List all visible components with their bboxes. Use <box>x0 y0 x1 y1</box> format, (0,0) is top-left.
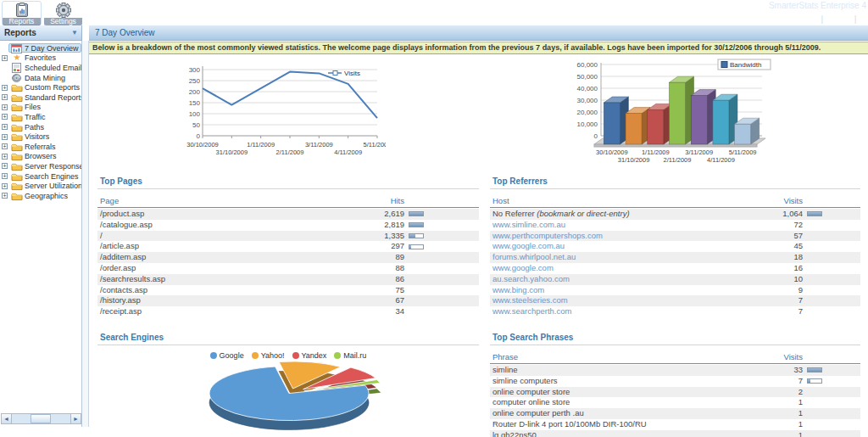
expand-plus-icon[interactable]: + <box>2 55 8 61</box>
row-value: 7 <box>756 295 803 306</box>
svg-text:150: 150 <box>189 99 201 107</box>
row-label: No Referrer (bookmark or direct-entry) <box>490 209 756 220</box>
settings-nav-button[interactable]: Settings <box>43 1 83 25</box>
expand-plus-icon[interactable]: + <box>2 104 8 110</box>
sidebar-item-data-mining[interactable]: Data Mining <box>0 73 81 83</box>
sidebar-item-server-responses[interactable]: +Server Responses <box>0 161 81 171</box>
row-value: 1 <box>756 408 803 419</box>
expand-plus-icon[interactable]: + <box>2 143 8 149</box>
sidebar-item-paths[interactable]: +Paths <box>0 122 81 132</box>
folder-icon <box>11 92 23 103</box>
column-header[interactable]: Page <box>97 193 358 208</box>
column-header[interactable]: Visits <box>756 193 803 208</box>
svg-text:50,000: 50,000 <box>577 73 598 81</box>
row-link[interactable]: www.searchperth.com <box>490 306 756 317</box>
row-value: 34 <box>358 306 404 317</box>
svg-text:31/10/2009: 31/10/2009 <box>618 156 650 164</box>
data-mining-icon <box>11 73 23 83</box>
sidebar-item-files[interactable]: +Files <box>0 103 81 113</box>
expand-plus-icon[interactable]: + <box>2 85 8 91</box>
row-link[interactable]: www.steelseries.com <box>490 295 756 306</box>
section-title: Top Referrers <box>490 176 860 189</box>
sidebar-splitter[interactable] <box>82 41 89 427</box>
row-link[interactable]: au.search.yahoo.com <box>490 274 756 285</box>
row-link[interactable]: www.bing.com <box>490 285 756 296</box>
sidebar-item-server-utilization[interactable]: +Server Utilization <box>0 181 81 191</box>
svg-text:100: 100 <box>189 110 201 118</box>
expand-plus-icon[interactable]: + <box>2 173 8 179</box>
top-search-phrases-section: Top Search Phrases PhraseVisitssimline33… <box>490 333 860 437</box>
table-row: /searchresults.asp86 <box>97 274 479 285</box>
svg-text:30/10/2009: 30/10/2009 <box>186 141 219 148</box>
expand-plus-icon[interactable]: + <box>2 114 8 120</box>
sidebar-item-referrals[interactable]: +Referrals <box>0 142 81 152</box>
row-label: /product.asp <box>97 209 358 220</box>
sidebar-item-custom-reports[interactable]: +Custom Reports <box>0 82 81 92</box>
top-bar: SmarterStats Enterprise 4 simline|Logout… <box>0 0 868 25</box>
table-header-row: PhraseVisits <box>490 350 860 364</box>
svg-text:10,000: 10,000 <box>577 120 598 128</box>
main-content: Below is a breakdown of the most commonl… <box>89 41 868 437</box>
reports-nav-button[interactable]: Reports <box>2 1 42 25</box>
row-label: simline <box>490 365 756 376</box>
row-label: /contacts.asp <box>97 285 358 296</box>
expand-plus-icon[interactable]: + <box>2 124 8 130</box>
chevron-down-icon: ▼ <box>71 25 78 40</box>
scroll-right-arrow-icon[interactable]: ► <box>70 414 81 423</box>
table-row: No Referrer (bookmark or direct-entry)1,… <box>490 209 860 220</box>
column-header[interactable]: Hits <box>358 193 404 208</box>
value-gauge <box>409 211 424 216</box>
column-header[interactable]: Visits <box>756 350 803 364</box>
sidebar-item-traffic[interactable]: +Traffic <box>0 112 81 122</box>
sidebar: 7 Day Overview+★FavoritesScheduled Email… <box>0 41 82 427</box>
user-links: simline|Logout|Help <box>792 14 868 24</box>
folder-icon <box>11 112 23 122</box>
sidebar-item-favorites[interactable]: +★Favorites <box>0 53 81 64</box>
scrollbar-thumb[interactable] <box>31 414 50 423</box>
expand-plus-icon[interactable]: + <box>2 134 8 140</box>
sidebar-item-standard-reports[interactable]: +Standard Reports <box>0 92 81 103</box>
sidebar-item-label: Browsers <box>25 152 57 160</box>
sidebar-item-geographics[interactable]: +Geographics <box>0 191 81 201</box>
svg-text:50: 50 <box>192 121 200 129</box>
search-engines-section: Search Engines GoogleYahoo!YandexMail.ru <box>97 333 479 437</box>
sidebar-item-label: Server Utilization <box>25 182 82 190</box>
sidebar-header[interactable]: Reports ▼ <box>0 25 82 41</box>
row-label: online computer perth .au <box>490 408 756 419</box>
row-link[interactable]: www.simline.com.au <box>490 220 756 231</box>
row-link[interactable]: www.google.com.au <box>490 241 756 252</box>
folder-icon <box>11 102 23 112</box>
pie-legend-item: Yandex <box>292 351 327 360</box>
sidebar-item-browsers[interactable]: +Browsers <box>0 152 81 162</box>
sidebar-item-label: Scheduled Email Reports <box>25 64 82 72</box>
help-link[interactable]: Help <box>859 14 868 24</box>
sidebar-item-scheduled-email-reports[interactable]: Scheduled Email Reports <box>0 63 81 73</box>
column-header[interactable]: Phrase <box>490 350 756 364</box>
row-link[interactable]: forums.whirlpool.net.au <box>490 252 756 263</box>
sidebar-item-search-engines[interactable]: +Search Engines <box>0 171 81 182</box>
expand-plus-icon[interactable]: + <box>2 154 8 160</box>
sidebar-item-7-day-overview[interactable]: 7 Day Overview <box>0 43 81 53</box>
table-row: /contacts.asp75 <box>97 285 479 296</box>
expand-plus-icon[interactable]: + <box>2 94 8 100</box>
table-row: Router D-link 4 port 10/100Mb DIR-100/RU… <box>490 419 860 430</box>
sidebar-item-label: Standard Reports <box>25 93 82 102</box>
expand-plus-icon[interactable]: + <box>2 193 8 199</box>
column-header[interactable]: Host <box>490 193 756 208</box>
row-value: 75 <box>358 285 404 296</box>
sidebar-horizontal-scrollbar[interactable]: ◄ ► <box>1 413 81 424</box>
top-referrers-table: HostVisitsNo Referrer (bookmark or direc… <box>490 193 860 317</box>
expand-plus-icon[interactable]: + <box>2 163 8 169</box>
search-engines-pie-svg <box>102 361 475 437</box>
scroll-left-arrow-icon[interactable]: ◄ <box>2 414 12 423</box>
expand-plus-icon[interactable]: + <box>2 183 8 189</box>
row-label: Router D-link 4 port 10/100Mb DIR-100/RU <box>490 419 756 430</box>
row-link[interactable]: www.google.com <box>490 263 756 274</box>
sidebar-item-visitors[interactable]: +Visitors <box>0 132 81 142</box>
sidebar-item-label: Search Engines <box>25 172 79 181</box>
row-value: 67 <box>358 295 404 306</box>
logout-link[interactable]: Logout <box>826 14 852 24</box>
row-link[interactable]: www.perthcomputershops.com <box>490 231 756 242</box>
row-value: 16 <box>756 263 803 274</box>
svg-text:2/11/2009: 2/11/2009 <box>664 156 692 164</box>
